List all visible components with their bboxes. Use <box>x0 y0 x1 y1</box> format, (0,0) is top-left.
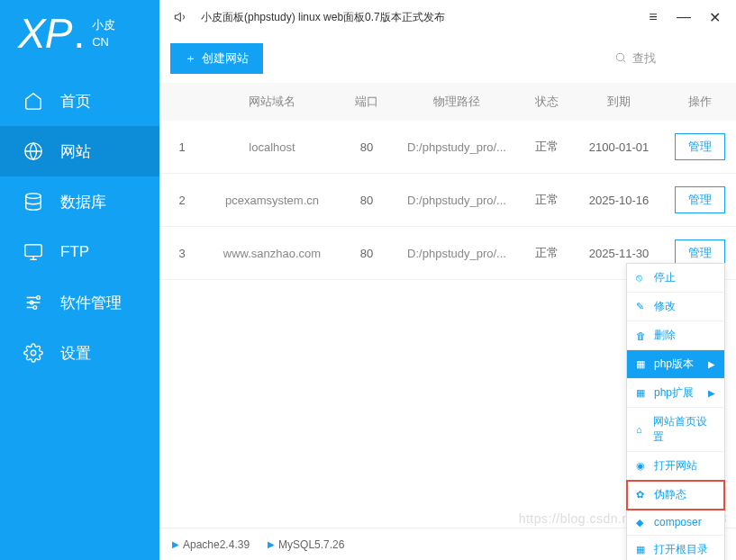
row-index: 2 <box>159 194 204 207</box>
dropdown-item[interactable]: ▦php版本▶ <box>627 350 724 379</box>
row-path: D:/phpstudy_pro/... <box>394 247 520 260</box>
search-placeholder: 查找 <box>632 50 656 67</box>
create-site-button[interactable]: ＋ 创建网站 <box>170 43 263 74</box>
row-expire: 2025-10-16 <box>574 194 664 207</box>
table-row: 2 pcexamsystem.cn 80 D:/phpstudy_pro/...… <box>159 174 736 227</box>
home-icon <box>23 90 44 112</box>
titlebar-text: 小皮面板(phpstudy) linux web面板0.7版本正式发布 <box>201 10 445 25</box>
item-icon: ◉ <box>636 460 647 472</box>
titlebar: 小皮面板(phpstudy) linux web面板0.7版本正式发布 ≡ — … <box>159 0 736 34</box>
item-icon: 🗑 <box>636 330 647 341</box>
row-domain: www.sanzhao.com <box>204 247 340 260</box>
col-port: 端口 <box>340 94 394 110</box>
item-label: 打开网站 <box>654 458 697 474</box>
apache-status[interactable]: ▶ Apache2.4.39 <box>172 538 250 551</box>
monitor-icon <box>23 241 44 263</box>
manage-button[interactable]: 管理 <box>675 186 725 213</box>
logo-dot: . <box>73 9 85 58</box>
dropdown-item[interactable]: ◆composer <box>627 510 724 536</box>
row-port: 80 <box>340 140 394 154</box>
dropdown-item[interactable]: ◉打开网站 <box>627 452 724 481</box>
sliders-icon <box>23 292 44 313</box>
nav-label: 软件管理 <box>60 293 122 313</box>
row-port: 80 <box>340 247 394 260</box>
row-status: 正常 <box>520 139 574 155</box>
item-label: 修改 <box>654 299 676 314</box>
item-label: composer <box>654 516 702 528</box>
svg-point-7 <box>616 53 623 60</box>
row-path: D:/phpstudy_pro/... <box>394 140 520 154</box>
nav-label: 网站 <box>60 141 91 162</box>
col-status: 状态 <box>520 94 574 110</box>
logo-sub: 小皮 CN <box>92 16 115 51</box>
nav-item-globe[interactable]: 网站 <box>0 126 159 176</box>
row-domain: pcexamsystem.cn <box>204 194 340 207</box>
svg-point-3 <box>37 296 41 300</box>
col-domain: 网站域名 <box>204 94 340 110</box>
row-index: 1 <box>159 140 204 154</box>
row-expire: 2025-11-30 <box>574 247 664 260</box>
nav-label: 首页 <box>60 91 91 112</box>
mysql-status[interactable]: ▶ MySQL5.7.26 <box>268 538 344 551</box>
menu-icon[interactable]: ≡ <box>642 6 664 28</box>
col-path: 物理路径 <box>394 94 520 110</box>
item-icon: ▦ <box>636 387 647 399</box>
nav-item-home[interactable]: 首页 <box>0 76 159 126</box>
chevron-right-icon: ▶ <box>708 359 715 369</box>
row-index: 3 <box>159 247 204 260</box>
database-icon <box>23 191 44 212</box>
gear-icon <box>23 342 44 364</box>
item-label: 停止 <box>654 270 676 285</box>
item-icon: ✿ <box>636 489 647 501</box>
dropdown-item[interactable]: ✎修改 <box>627 293 724 321</box>
dropdown-item[interactable]: ✿伪静态 <box>627 481 724 510</box>
logo-text: XP <box>18 9 71 58</box>
toolbar: ＋ 创建网站 查找 <box>159 34 736 83</box>
svg-point-6 <box>31 350 36 356</box>
play-icon: ▶ <box>268 539 275 549</box>
table-header: 网站域名 端口 物理路径 状态 到期 操作 <box>159 83 736 121</box>
nav-item-sliders[interactable]: 软件管理 <box>0 277 159 328</box>
speaker-icon <box>170 6 192 28</box>
manage-dropdown: ⦸停止✎修改🗑删除▦php版本▶▦php扩展▶⌂网站首页设置◉打开网站✿伪静态◆… <box>626 263 725 560</box>
logo: XP . 小皮 CN <box>0 0 159 76</box>
svg-point-5 <box>33 306 37 310</box>
item-icon: ◆ <box>636 517 647 528</box>
nav-item-database[interactable]: 数据库 <box>0 176 159 227</box>
nav-item-monitor[interactable]: FTP <box>0 227 159 277</box>
row-status: 正常 <box>520 245 574 261</box>
item-label: 伪静态 <box>654 487 686 502</box>
dropdown-item[interactable]: 🗑删除 <box>627 321 724 350</box>
close-button[interactable]: ✕ <box>704 6 725 28</box>
item-icon: ▦ <box>636 358 647 370</box>
item-label: php扩展 <box>654 385 694 401</box>
col-op: 操作 <box>664 94 736 110</box>
nav-label: 设置 <box>60 343 91 364</box>
item-icon: ⦸ <box>636 272 647 284</box>
plus-icon: ＋ <box>185 50 196 67</box>
item-label: php版本 <box>654 357 694 372</box>
item-label: 网站首页设置 <box>653 414 715 445</box>
item-label: 打开根目录 <box>654 542 708 557</box>
manage-button[interactable]: 管理 <box>675 133 725 160</box>
row-domain: localhost <box>204 140 340 154</box>
dropdown-item[interactable]: ⦸停止 <box>627 264 724 293</box>
minimize-button[interactable]: — <box>673 6 695 28</box>
chevron-right-icon: ▶ <box>708 388 715 398</box>
row-expire: 2100-01-01 <box>574 140 664 154</box>
table-row: 1 localhost 80 D:/phpstudy_pro/... 正常 21… <box>159 121 736 174</box>
search-box[interactable]: 查找 <box>545 50 725 67</box>
nav-item-gear[interactable]: 设置 <box>0 328 159 378</box>
row-path: D:/phpstudy_pro/... <box>394 194 520 207</box>
dropdown-item[interactable]: ▦php扩展▶ <box>627 379 724 408</box>
dropdown-item[interactable]: ▦打开根目录 <box>627 536 724 560</box>
nav-label: FTP <box>60 243 89 261</box>
svg-rect-2 <box>25 245 41 257</box>
play-icon: ▶ <box>172 539 179 549</box>
item-icon: ▦ <box>636 544 647 555</box>
dropdown-item[interactable]: ⌂网站首页设置 <box>627 408 724 452</box>
search-icon <box>614 51 627 67</box>
row-port: 80 <box>340 194 394 207</box>
row-status: 正常 <box>520 192 574 208</box>
nav-label: 数据库 <box>60 192 106 212</box>
